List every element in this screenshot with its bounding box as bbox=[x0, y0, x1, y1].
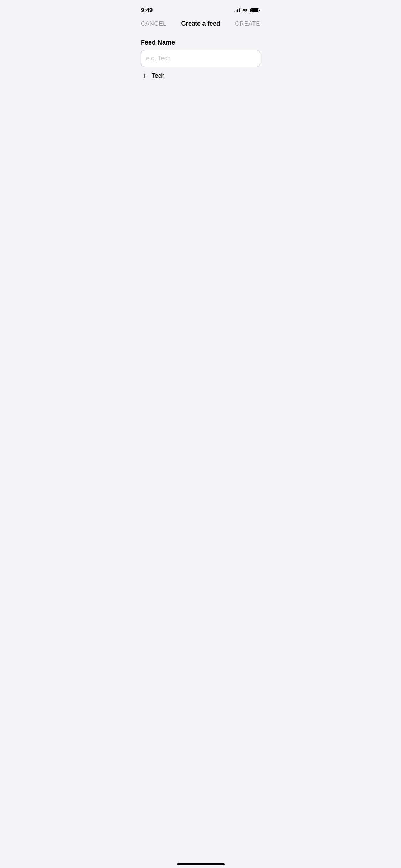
status-time: 9:49 bbox=[141, 7, 153, 14]
nav-bar: CANCEL Create a feed CREATE bbox=[134, 16, 267, 33]
cancel-button[interactable]: CANCEL bbox=[141, 20, 166, 27]
battery-icon bbox=[250, 8, 260, 12]
content-area: Feed Name + Tech bbox=[134, 33, 267, 91]
suggestion-item[interactable]: + Tech bbox=[141, 67, 260, 85]
create-button[interactable]: CREATE bbox=[235, 20, 260, 27]
feed-name-input[interactable] bbox=[141, 50, 260, 67]
status-icons bbox=[234, 8, 260, 12]
page-title: Create a feed bbox=[181, 20, 220, 27]
status-bar: 9:49 bbox=[134, 0, 267, 16]
signal-icon bbox=[234, 8, 240, 12]
suggestion-text: Tech bbox=[152, 72, 165, 79]
plus-icon: + bbox=[142, 72, 147, 80]
feed-name-label: Feed Name bbox=[141, 39, 260, 46]
wifi-icon bbox=[242, 8, 248, 12]
